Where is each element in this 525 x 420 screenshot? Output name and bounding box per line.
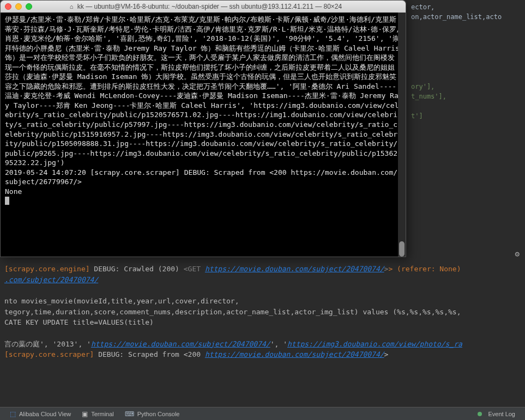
code-frag: t'] [411,112,423,120]
data-line: 言の葉の庭', '2013', 'https://movie.douban.co… [4,339,521,350]
subject-url-link[interactable]: https://movie.douban.com/subject/2047007… [91,340,270,348]
code-frag: t_nums'], [411,93,446,100]
code-frag: ory'], [411,83,435,90]
ide-console[interactable]: [scrapy.core.engine] DEBUG: Crawled (200… [0,261,525,362]
log-source: [scrapy.core.scraper] [90,168,180,176]
terminal-window: ⌂ kk — ubuntu@VM-16-8-ubuntu: ~/douban-s… [0,0,406,257]
home-icon: ⌂ [70,3,74,10]
scraped-url-link[interactable]: https://movie.douban.com/subject/2047007… [205,350,384,358]
sql-line: CATE KEY UPDATE title=VALUES(title) [4,317,521,328]
log-line: [scrapy.core.scraper] DEBUG: Scraped fro… [4,349,521,360]
terminal-icon: ▣ [82,410,88,418]
scroll-thumb[interactable] [399,241,405,257]
img-url-link[interactable]: https://img3.doubanio.com/view/photo/s_r… [287,340,462,348]
window-titlebar[interactable]: ⌂ kk — ubuntu@VM-16-8-ubuntu: ~/douban-s… [1,1,406,13]
terminal-text: 伊瑟曼/杰里米·雷·泰勒/郑肯/卡里尔·哈里斯/杰克·布莱克/克里斯·帕内尔/布… [5,15,404,167]
python-console-tab[interactable]: ⌨ Python Console [119,410,185,418]
cloud-icon: ⬚ [10,410,16,418]
log-line: .com/subject/20470074/ [4,275,521,285]
log-timestamp: 2019-05-24 14:07:20 [5,168,86,176]
event-dot-icon [478,412,482,416]
log-level: DEBUG: [184,168,210,176]
terminal-output[interactable]: 伊瑟曼/杰里米·雷·泰勒/郑肯/卡里尔·哈里斯/杰克·布莱克/克里斯·帕内尔/布… [1,13,406,257]
python-icon: ⌨ [125,410,134,418]
editor-bg-snippet: ector, on,actor_name_list,acto ory'], t_… [409,0,525,123]
code-frag: on,actor_name_list,acto [411,12,523,22]
log-line: [scrapy.core.engine] DEBUG: Crawled (200… [4,264,521,275]
window-title: ⌂ kk — ubuntu@VM-16-8-ubuntu: ~/douban-s… [10,3,401,10]
gear-icon[interactable]: ⚙ [515,249,520,258]
sql-line: tegory,time,duration,score,comment_nums,… [4,307,521,318]
crawled-url-link[interactable]: https://movie.douban.com/subject/2047007… [205,265,384,273]
status-bar: ⬚ Alibaba Cloud View ▣ Terminal ⌨ Python… [0,407,525,420]
none-output: None [5,187,22,196]
scraper-tag: [scrapy.core.scraper] [4,350,94,358]
code-frag: ector, [411,2,523,12]
alibaba-cloud-tab[interactable]: ⬚ Alibaba Cloud View [4,410,76,418]
event-log-tab[interactable]: Event Log [472,411,521,417]
terminal-scrollbar[interactable] [398,13,406,257]
terminal-tab[interactable]: ▣ Terminal [76,410,119,418]
engine-tag: [scrapy.core.engine] [4,265,90,273]
sql-line: nto movies_movie(movieId,title,year,url,… [4,296,521,307]
url-link[interactable]: .com/subject/20470074/ [4,276,98,284]
